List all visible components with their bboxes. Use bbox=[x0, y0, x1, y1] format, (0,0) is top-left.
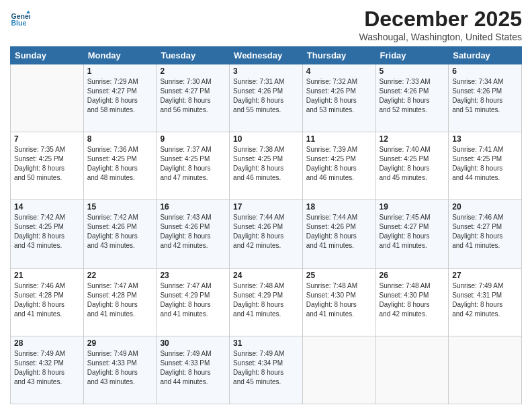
day-number: 22 bbox=[87, 271, 153, 280]
calendar-cell bbox=[302, 336, 375, 404]
col-saturday: Saturday bbox=[449, 47, 522, 64]
calendar-cell: 12Sunrise: 7:40 AMSunset: 4:25 PMDayligh… bbox=[375, 132, 449, 200]
day-number: 5 bbox=[380, 66, 445, 76]
day-info: Sunrise: 7:34 AMSunset: 4:26 PMDaylight:… bbox=[452, 77, 518, 115]
day-number: 3 bbox=[233, 66, 299, 76]
day-number: 24 bbox=[233, 271, 299, 280]
day-number: 21 bbox=[14, 271, 80, 280]
day-info: Sunrise: 7:49 AMSunset: 4:34 PMDaylight:… bbox=[233, 349, 299, 387]
day-number: 6 bbox=[452, 66, 518, 76]
day-number: 12 bbox=[380, 134, 445, 144]
calendar-cell: 23Sunrise: 7:47 AMSunset: 4:29 PMDayligh… bbox=[157, 268, 230, 336]
title-section: December 2025 Washougal, Washington, Uni… bbox=[359, 7, 522, 42]
calendar-cell: 21Sunrise: 7:46 AMSunset: 4:28 PMDayligh… bbox=[11, 268, 84, 336]
day-number: 23 bbox=[160, 271, 226, 280]
day-info: Sunrise: 7:36 AMSunset: 4:25 PMDaylight:… bbox=[87, 145, 153, 183]
calendar-cell: 20Sunrise: 7:46 AMSunset: 4:27 PMDayligh… bbox=[449, 200, 522, 268]
calendar-cell: 18Sunrise: 7:44 AMSunset: 4:26 PMDayligh… bbox=[302, 200, 375, 268]
day-info: Sunrise: 7:44 AMSunset: 4:26 PMDaylight:… bbox=[233, 213, 299, 250]
week-row-4: 21Sunrise: 7:46 AMSunset: 4:28 PMDayligh… bbox=[11, 268, 522, 336]
calendar-cell: 10Sunrise: 7:38 AMSunset: 4:25 PMDayligh… bbox=[230, 132, 303, 200]
month-title: December 2025 bbox=[359, 7, 522, 32]
calendar-cell: 2Sunrise: 7:30 AMSunset: 4:27 PMDaylight… bbox=[157, 64, 230, 132]
day-number: 2 bbox=[160, 66, 226, 76]
day-info: Sunrise: 7:40 AMSunset: 4:25 PMDaylight:… bbox=[380, 145, 445, 183]
day-info: Sunrise: 7:29 AMSunset: 4:27 PMDaylight:… bbox=[87, 77, 153, 115]
day-number: 18 bbox=[306, 202, 372, 212]
calendar-cell bbox=[449, 336, 522, 404]
week-row-2: 7Sunrise: 7:35 AMSunset: 4:25 PMDaylight… bbox=[11, 132, 522, 200]
day-number: 20 bbox=[452, 202, 518, 212]
day-info: Sunrise: 7:49 AMSunset: 4:33 PMDaylight:… bbox=[87, 349, 153, 387]
day-number: 9 bbox=[160, 134, 226, 144]
calendar-cell: 29Sunrise: 7:49 AMSunset: 4:33 PMDayligh… bbox=[83, 336, 157, 404]
day-info: Sunrise: 7:49 AMSunset: 4:32 PMDaylight:… bbox=[14, 349, 80, 387]
calendar-cell: 5Sunrise: 7:33 AMSunset: 4:26 PMDaylight… bbox=[375, 64, 449, 132]
day-info: Sunrise: 7:49 AMSunset: 4:31 PMDaylight:… bbox=[452, 281, 518, 319]
day-number: 19 bbox=[380, 202, 445, 212]
header-row: Sunday Monday Tuesday Wednesday Thursday… bbox=[11, 47, 522, 64]
calendar-cell: 4Sunrise: 7:32 AMSunset: 4:26 PMDaylight… bbox=[302, 64, 375, 132]
week-row-5: 28Sunrise: 7:49 AMSunset: 4:32 PMDayligh… bbox=[11, 336, 522, 404]
day-info: Sunrise: 7:49 AMSunset: 4:33 PMDaylight:… bbox=[160, 349, 226, 387]
calendar-cell: 19Sunrise: 7:45 AMSunset: 4:27 PMDayligh… bbox=[375, 200, 449, 268]
calendar-cell: 26Sunrise: 7:48 AMSunset: 4:30 PMDayligh… bbox=[375, 268, 449, 336]
day-number: 11 bbox=[306, 134, 372, 144]
day-info: Sunrise: 7:31 AMSunset: 4:26 PMDaylight:… bbox=[233, 77, 299, 115]
calendar-cell: 25Sunrise: 7:48 AMSunset: 4:30 PMDayligh… bbox=[302, 268, 375, 336]
calendar-cell bbox=[11, 64, 84, 132]
col-thursday: Thursday bbox=[302, 47, 375, 64]
week-row-3: 14Sunrise: 7:42 AMSunset: 4:25 PMDayligh… bbox=[11, 200, 522, 268]
day-info: Sunrise: 7:45 AMSunset: 4:27 PMDaylight:… bbox=[380, 213, 445, 250]
day-info: Sunrise: 7:48 AMSunset: 4:29 PMDaylight:… bbox=[233, 281, 299, 319]
day-number: 31 bbox=[233, 338, 299, 348]
day-number: 10 bbox=[233, 134, 299, 144]
day-info: Sunrise: 7:37 AMSunset: 4:25 PMDaylight:… bbox=[160, 145, 226, 183]
day-info: Sunrise: 7:46 AMSunset: 4:27 PMDaylight:… bbox=[452, 213, 518, 250]
calendar-cell: 3Sunrise: 7:31 AMSunset: 4:26 PMDaylight… bbox=[230, 64, 303, 132]
day-number: 13 bbox=[452, 134, 518, 144]
day-info: Sunrise: 7:39 AMSunset: 4:25 PMDaylight:… bbox=[306, 145, 372, 183]
calendar-cell: 17Sunrise: 7:44 AMSunset: 4:26 PMDayligh… bbox=[230, 200, 303, 268]
col-sunday: Sunday bbox=[11, 47, 84, 64]
col-friday: Friday bbox=[375, 47, 449, 64]
day-number: 29 bbox=[87, 338, 153, 348]
day-number: 14 bbox=[14, 202, 80, 212]
day-info: Sunrise: 7:32 AMSunset: 4:26 PMDaylight:… bbox=[306, 77, 372, 115]
day-info: Sunrise: 7:48 AMSunset: 4:30 PMDaylight:… bbox=[306, 281, 372, 319]
day-number: 17 bbox=[233, 202, 299, 212]
calendar-cell: 30Sunrise: 7:49 AMSunset: 4:33 PMDayligh… bbox=[157, 336, 230, 404]
day-info: Sunrise: 7:47 AMSunset: 4:29 PMDaylight:… bbox=[160, 281, 226, 319]
logo-icon: General Blue bbox=[10, 9, 30, 30]
day-number: 30 bbox=[160, 338, 226, 348]
calendar-cell: 14Sunrise: 7:42 AMSunset: 4:25 PMDayligh… bbox=[11, 200, 84, 268]
calendar-cell bbox=[375, 336, 449, 404]
day-info: Sunrise: 7:41 AMSunset: 4:25 PMDaylight:… bbox=[452, 145, 518, 183]
calendar-cell: 13Sunrise: 7:41 AMSunset: 4:25 PMDayligh… bbox=[449, 132, 522, 200]
day-info: Sunrise: 7:38 AMSunset: 4:25 PMDaylight:… bbox=[233, 145, 299, 183]
col-monday: Monday bbox=[83, 47, 157, 64]
col-tuesday: Tuesday bbox=[157, 47, 230, 64]
day-info: Sunrise: 7:35 AMSunset: 4:25 PMDaylight:… bbox=[14, 145, 80, 183]
day-number: 16 bbox=[160, 202, 226, 212]
day-number: 4 bbox=[306, 66, 372, 76]
calendar-cell: 22Sunrise: 7:47 AMSunset: 4:28 PMDayligh… bbox=[83, 268, 157, 336]
calendar-table: Sunday Monday Tuesday Wednesday Thursday… bbox=[10, 46, 522, 404]
day-number: 27 bbox=[452, 271, 518, 280]
calendar-cell: 7Sunrise: 7:35 AMSunset: 4:25 PMDaylight… bbox=[11, 132, 84, 200]
day-info: Sunrise: 7:48 AMSunset: 4:30 PMDaylight:… bbox=[380, 281, 445, 319]
day-info: Sunrise: 7:42 AMSunset: 4:26 PMDaylight:… bbox=[87, 213, 153, 250]
day-number: 26 bbox=[380, 271, 445, 280]
calendar-body: 1Sunrise: 7:29 AMSunset: 4:27 PMDaylight… bbox=[11, 64, 522, 404]
day-info: Sunrise: 7:47 AMSunset: 4:28 PMDaylight:… bbox=[87, 281, 153, 319]
day-info: Sunrise: 7:30 AMSunset: 4:27 PMDaylight:… bbox=[160, 77, 226, 115]
calendar-cell: 24Sunrise: 7:48 AMSunset: 4:29 PMDayligh… bbox=[230, 268, 303, 336]
header: General Blue December 2025 Washougal, Wa… bbox=[10, 7, 522, 42]
svg-text:Blue: Blue bbox=[11, 19, 27, 27]
calendar-cell: 28Sunrise: 7:49 AMSunset: 4:32 PMDayligh… bbox=[11, 336, 84, 404]
calendar-cell: 9Sunrise: 7:37 AMSunset: 4:25 PMDaylight… bbox=[157, 132, 230, 200]
calendar-cell: 6Sunrise: 7:34 AMSunset: 4:26 PMDaylight… bbox=[449, 64, 522, 132]
day-info: Sunrise: 7:42 AMSunset: 4:25 PMDaylight:… bbox=[14, 213, 80, 250]
logo: General Blue bbox=[10, 9, 30, 30]
location: Washougal, Washington, United States bbox=[359, 32, 522, 42]
